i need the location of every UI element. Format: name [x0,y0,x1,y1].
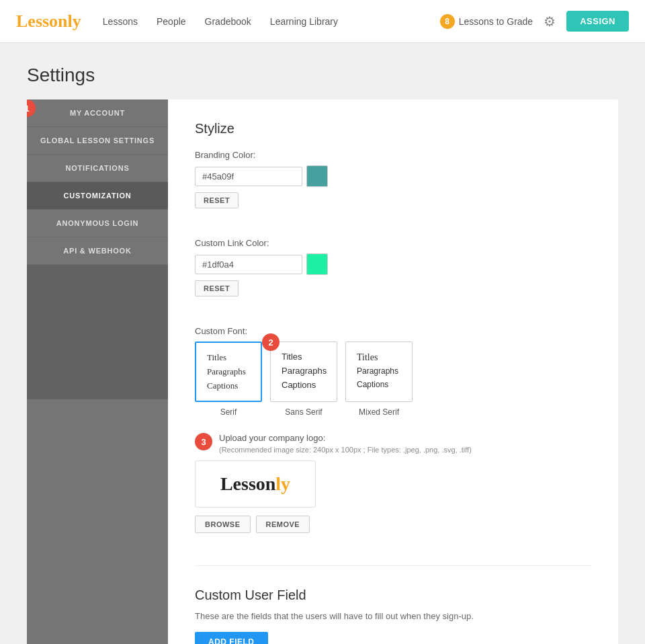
branding-color-label: Branding Color: [195,150,591,160]
nav-links: Lessons People Gradebook Learning Librar… [103,15,338,28]
custom-field-title: Custom User Field [195,588,591,603]
navbar-right: 8 Lessons to Grade ⚙ ASSIGN [440,11,629,32]
sidebar: 1 MY ACCOUNT GLOBAL LESSON SETTINGS NOTI… [27,99,168,644]
logo-section: 3 Upload your company logo: (Recommended… [195,433,591,533]
step-2-badge: 2 [262,333,280,351]
link-color-label: Custom Link Color: [195,238,591,248]
font-serif-text: TitlesParagraphsCaptions [207,351,250,393]
stylize-title: Stylize [195,121,591,136]
sidebar-item-global-lesson[interactable]: GLOBAL LESSON SETTINGS [27,127,168,155]
main-content: Stylize Branding Color: RESET Custom Lin… [168,99,618,644]
logo-text: Lessonly [16,11,81,32]
branding-color-input[interactable] [195,167,302,186]
sidebar-item-notifications[interactable]: NOTIFICATIONS [27,155,168,182]
font-option-sans[interactable]: 2 TitlesParagraphsCaptions [270,341,337,402]
settings-layout: 1 MY ACCOUNT GLOBAL LESSON SETTINGS NOTI… [27,99,618,644]
link-reset-button[interactable]: RESET [195,280,239,296]
font-mixed-text: Titles Paragraphs Captions [357,350,401,391]
branding-color-section: Branding Color: RESET [195,150,591,225]
logo-upload-content: Upload your company logo: (Recommended i… [219,433,472,460]
link-color-input-wrap [195,253,591,275]
logo-preview: Lessonly [195,460,316,508]
custom-field-desc: These are the fields that the users will… [195,611,591,621]
nav-lessons[interactable]: Lessons [103,16,138,27]
logo-hint: (Recommended image size: 240px x 100px ;… [219,446,472,454]
page: Settings 1 MY ACCOUNT GLOBAL LESSON SETT… [0,43,645,644]
font-label-serif: Serif [195,407,262,417]
sidebar-item-api-webhook[interactable]: API & WEBHOOK [27,237,168,265]
nav-people[interactable]: People [157,16,186,27]
font-label: Custom Font: [195,326,591,336]
branding-color-input-wrap [195,165,591,187]
nav-gradebook[interactable]: Gradebook [205,16,251,27]
link-color-input[interactable] [195,255,302,274]
nav-library[interactable]: Learning Library [270,16,338,27]
font-labels: Serif Sans Serif Mixed Serif [195,407,591,417]
logo: Lessonly [16,11,81,32]
font-option-mixed[interactable]: Titles Paragraphs Captions [345,341,413,402]
grade-badge: 8 [440,14,455,29]
font-options: TitlesParagraphsCaptions 2 TitlesParagra… [195,341,591,402]
logo-preview-text: Lessonly [220,473,290,495]
sidebar-item-customization[interactable]: CUSTOMIZATION [27,182,168,210]
step-3-badge: 3 [195,433,212,450]
font-section: Custom Font: TitlesParagraphsCaptions 2 … [195,326,591,417]
remove-button[interactable]: REMOVE [256,516,310,533]
sidebar-item-anonymous-login[interactable]: ANONYMOUS LOGIN [27,210,168,237]
branding-reset-button[interactable]: RESET [195,192,239,208]
sidebar-bottom [27,265,168,399]
browse-button[interactable]: BROWSE [195,516,251,533]
branding-color-swatch[interactable] [306,165,328,187]
font-sans-text: TitlesParagraphsCaptions [282,350,326,392]
assign-button[interactable]: ASSIGN [566,11,629,32]
link-color-swatch[interactable] [306,253,328,275]
logo-upload-label: Upload your company logo: [219,433,472,443]
custom-field-section: Custom User Field These are the fields t… [195,565,591,644]
font-label-sans: Sans Serif [270,407,337,417]
font-option-serif[interactable]: TitlesParagraphsCaptions [195,341,262,402]
lessons-grade-label: Lessons to Grade [459,16,533,27]
add-field-button[interactable]: ADD FIELD [195,632,268,644]
link-color-section: Custom Link Color: RESET [195,238,591,313]
logo-buttons: BROWSE REMOVE [195,516,591,533]
sidebar-item-my-account[interactable]: MY ACCOUNT [27,99,168,127]
navbar: Lessonly Lessons People Gradebook Learni… [0,0,645,43]
step3-wrap: 3 Upload your company logo: (Recommended… [195,433,591,460]
font-label-mixed: Mixed Serif [345,407,413,417]
page-title: Settings [27,65,618,86]
gear-button[interactable]: ⚙ [544,13,556,30]
lessons-grade: 8 Lessons to Grade [440,14,533,29]
